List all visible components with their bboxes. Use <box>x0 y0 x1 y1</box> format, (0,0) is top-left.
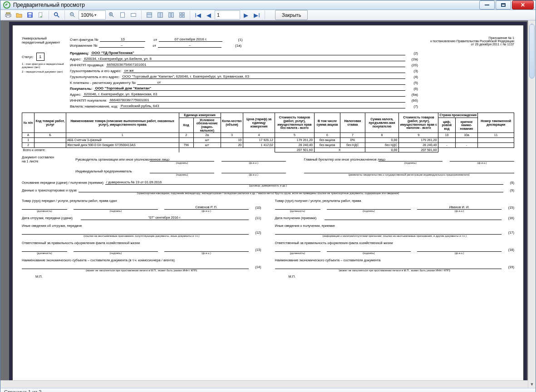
svg-line-11 <box>73 15 75 17</box>
svg-rect-2 <box>7 16 10 18</box>
first-page-icon[interactable]: I◀ <box>193 10 203 20</box>
save-icon[interactable] <box>25 10 35 20</box>
prev-page-icon[interactable]: ◀ <box>204 10 214 20</box>
table-row: 2Жесткий диск 500.0 Gb Seagate ST3500413… <box>22 142 514 147</box>
print-icon[interactable] <box>3 10 13 20</box>
fit-page-icon[interactable] <box>118 10 128 20</box>
statusbar: Страница 1 из 2 <box>0 388 536 392</box>
svg-rect-25 <box>182 13 184 15</box>
document-page: Универсальный передаточный документ Стат… <box>12 25 524 383</box>
zoom-combo[interactable]: 100%▼ <box>79 10 106 20</box>
compiled-on: Документ составлен на 1 листе <box>22 155 57 179</box>
last-page-icon[interactable]: ▶I <box>252 10 262 20</box>
titlebar: Предварительный просмотр ✕ <box>0 0 536 10</box>
layout-4-icon[interactable] <box>177 10 187 20</box>
svg-line-8 <box>57 15 59 17</box>
table-row: 1АББ Счетчик 3-фазныйшт1017 926,12179 26… <box>22 138 514 143</box>
svg-rect-18 <box>147 13 152 18</box>
svg-rect-0 <box>6 13 10 15</box>
svg-rect-17 <box>131 14 136 17</box>
scrollbar-horizontal[interactable] <box>0 380 528 388</box>
svg-rect-26 <box>180 15 182 17</box>
items-table: № п/п Код товара/ работ, услуг Наименова… <box>22 113 514 152</box>
svg-rect-4 <box>29 13 32 15</box>
layout-1-icon[interactable] <box>144 10 154 20</box>
layout-2-icon[interactable] <box>155 10 165 20</box>
zoom-in-icon[interactable] <box>107 10 117 20</box>
svg-rect-5 <box>29 15 31 17</box>
close-preview-button[interactable]: Закрыть <box>275 10 308 20</box>
open-icon[interactable] <box>14 10 24 20</box>
toolbar: 100%▼ I◀ ◀ 1 ▶ ▶I Закрыть <box>0 10 536 20</box>
appendix-note: Приложение № 1 к постановлению Правитель… <box>423 36 514 109</box>
svg-rect-16 <box>121 13 125 18</box>
search-icon[interactable] <box>52 10 62 20</box>
app-icon <box>3 1 10 9</box>
svg-rect-23 <box>172 13 173 18</box>
maximize-button[interactable] <box>496 0 511 10</box>
fit-width-icon[interactable] <box>128 10 138 20</box>
svg-line-15 <box>112 15 114 17</box>
svg-rect-27 <box>182 15 184 17</box>
layout-3-icon[interactable] <box>166 10 176 20</box>
window-title: Предварительный просмотр <box>13 2 479 8</box>
export-icon[interactable] <box>36 10 46 20</box>
viewer: Универсальный передаточный документ Стат… <box>0 20 536 388</box>
minimize-button[interactable] <box>479 0 495 10</box>
page-input[interactable]: 1 <box>215 10 240 20</box>
next-page-icon[interactable]: ▶ <box>241 10 251 20</box>
zoom-out-icon[interactable] <box>68 10 78 20</box>
svg-point-7 <box>54 13 58 16</box>
close-button[interactable]: ✕ <box>512 0 534 10</box>
status-box: 1 <box>36 53 44 61</box>
doc-name-label: Универсальный передаточный документ <box>22 36 64 44</box>
svg-rect-24 <box>180 13 182 15</box>
window: Предварительный просмотр ✕ 100%▼ I◀ ◀ 1 … <box>0 0 536 392</box>
scrollbar-vertical[interactable]: ▲▼ <box>528 20 536 388</box>
svg-rect-22 <box>169 13 171 18</box>
